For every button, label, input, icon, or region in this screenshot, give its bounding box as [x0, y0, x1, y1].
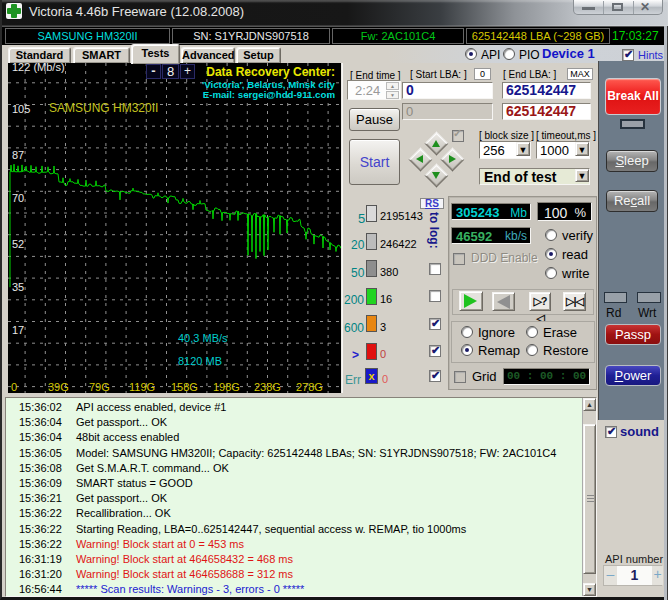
svg-text:79G: 79G: [89, 381, 110, 393]
svg-text:SAMSUNG HM320II: SAMSUNG HM320II: [49, 101, 158, 115]
svg-text:238G: 238G: [254, 381, 281, 393]
svg-text:Data Recovery Center:: Data Recovery Center:: [206, 65, 335, 79]
svg-text:0: 0: [11, 381, 17, 393]
svg-text:8120 MB: 8120 MB: [178, 355, 222, 367]
svg-text:198G: 198G: [213, 381, 240, 393]
svg-text:35: 35: [12, 281, 24, 293]
svg-text:39G: 39G: [48, 381, 69, 393]
svg-text:87: 87: [12, 149, 24, 161]
svg-text:278G: 278G: [296, 381, 323, 393]
svg-text:17: 17: [12, 324, 24, 336]
svg-text:E-mail: sergei@hdd-911.com: E-mail: sergei@hdd-911.com: [203, 89, 336, 100]
svg-text:119G: 119G: [129, 381, 155, 393]
svg-text:70: 70: [12, 192, 24, 204]
svg-text:158G: 158G: [171, 381, 198, 393]
svg-text:52: 52: [12, 238, 24, 250]
svg-text:40,3 MB/s: 40,3 MB/s: [178, 332, 228, 344]
svg-text:105: 105: [12, 103, 30, 115]
svg-text:122 (Mb/s): 122 (Mb/s): [12, 63, 65, 73]
